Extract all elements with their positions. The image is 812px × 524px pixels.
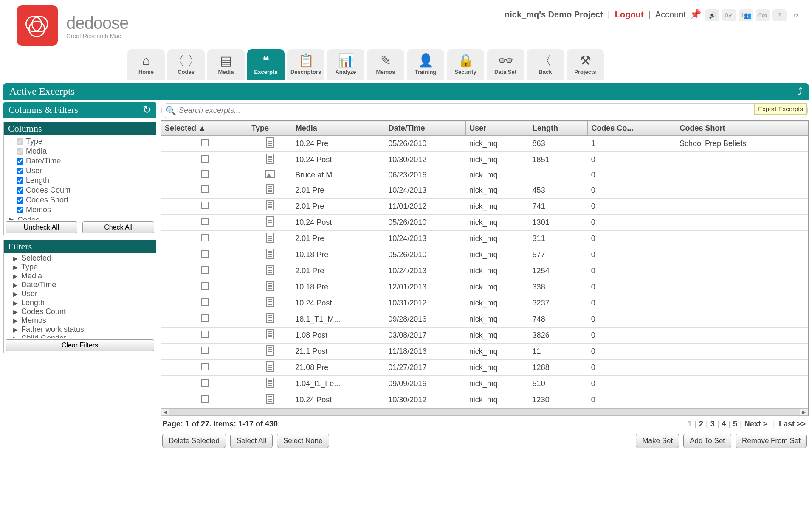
clear-filters-button[interactable]: Clear Filters xyxy=(6,339,154,351)
nav-tab-memos[interactable]: ✎Memos xyxy=(367,49,404,80)
column-option[interactable]: User xyxy=(7,166,152,176)
column-checkbox[interactable] xyxy=(17,177,23,184)
nav-tab-excerpts[interactable]: ❝Excerpts xyxy=(247,49,285,80)
column-option[interactable]: Codes Count xyxy=(7,185,152,195)
page-number[interactable]: 5 xyxy=(733,420,737,428)
row-checkbox[interactable] xyxy=(201,347,209,354)
mail-badge[interactable]: 0✉ xyxy=(756,9,770,21)
page-number[interactable]: 3 xyxy=(710,420,715,428)
column-option[interactable]: Memos xyxy=(7,205,152,215)
pin-icon[interactable]: 📌 xyxy=(688,8,703,20)
row-checkbox[interactable] xyxy=(201,250,209,258)
nav-tab-security[interactable]: 🔒Security xyxy=(447,49,484,80)
logout-link[interactable]: Logout xyxy=(615,10,644,19)
row-checkbox[interactable] xyxy=(201,314,209,322)
table-row[interactable]: 21.1 Post11/18/2016nick_mq110 xyxy=(161,344,808,360)
column-header[interactable]: Selected ▲ xyxy=(161,121,248,136)
check-all-button[interactable]: Check All xyxy=(82,221,154,233)
nav-tab-home[interactable]: ⌂Home xyxy=(127,49,165,80)
horizontal-scrollbar[interactable]: ◄► xyxy=(161,408,808,416)
column-header[interactable]: Type xyxy=(248,121,292,136)
row-checkbox[interactable] xyxy=(201,331,209,338)
filter-option[interactable]: ▶Type xyxy=(7,263,152,272)
filter-option[interactable]: ▶Date/Time xyxy=(7,280,152,289)
nav-tab-projects[interactable]: ⚒Projects xyxy=(567,49,604,80)
select-none-button[interactable]: Select None xyxy=(277,434,329,448)
row-checkbox[interactable] xyxy=(201,155,209,163)
account-link[interactable]: Account xyxy=(655,10,686,19)
row-checkbox[interactable] xyxy=(201,139,209,146)
nav-tab-data set[interactable]: 👓Data Set xyxy=(487,49,524,80)
page-number[interactable]: 4 xyxy=(722,420,726,428)
table-row[interactable]: 2.01 Pre10/24/2013nick_mq4530 xyxy=(161,182,808,199)
table-row[interactable]: 10.24 Pre05/26/2010nick_mq8631School Pre… xyxy=(161,136,808,152)
row-checkbox[interactable] xyxy=(201,379,209,387)
check-badge[interactable]: 0✔ xyxy=(722,9,736,21)
column-option[interactable]: Codes Short xyxy=(7,195,152,205)
row-checkbox[interactable] xyxy=(201,395,209,403)
select-all-button[interactable]: Select All xyxy=(230,434,273,448)
row-checkbox[interactable] xyxy=(201,363,209,370)
filter-option[interactable]: ▶Codes Count xyxy=(7,307,152,316)
table-row[interactable]: 2.01 Pre10/24/2013nick_mq12540 xyxy=(161,263,808,279)
table-row[interactable]: 10.24 Post10/31/2012nick_mq32370 xyxy=(161,295,808,311)
row-checkbox[interactable] xyxy=(201,218,209,225)
remove-from-set-button[interactable]: Remove From Set xyxy=(736,434,807,448)
table-row[interactable]: 10.24 Post10/30/2012nick_mq12300 xyxy=(161,392,808,408)
help-icon[interactable]: ? xyxy=(772,9,787,21)
column-header[interactable]: Codes Co... xyxy=(588,121,676,136)
table-row[interactable]: 2.01 Pre10/24/2013nick_mq3110 xyxy=(161,231,808,247)
column-option[interactable]: ▶Codes xyxy=(7,215,152,220)
column-header[interactable]: User xyxy=(466,121,529,136)
table-row[interactable]: 10.18 Pre12/01/2013nick_mq3380 xyxy=(161,279,808,295)
column-checkbox[interactable] xyxy=(17,138,23,145)
column-option[interactable]: Media xyxy=(7,146,152,156)
column-header[interactable]: Media xyxy=(292,121,385,136)
table-row[interactable]: 10.24 Post05/26/2010nick_mq13010 xyxy=(161,215,808,231)
row-checkbox[interactable] xyxy=(201,298,209,306)
sound-icon[interactable]: 🔊 xyxy=(705,9,719,21)
column-header[interactable]: Codes Short xyxy=(676,121,808,136)
nav-tab-codes[interactable]: 〈 〉Codes xyxy=(167,49,205,80)
column-checkbox[interactable] xyxy=(17,148,23,155)
table-row[interactable]: 21.08 Pre01/27/2017nick_mq12880 xyxy=(161,360,808,376)
table-row[interactable]: 1.04_t1_Fe...09/09/2016nick_mq5100 xyxy=(161,376,808,392)
filter-option[interactable]: ▶Length xyxy=(7,298,152,307)
uncheck-all-button[interactable]: Uncheck All xyxy=(6,221,77,233)
column-header[interactable]: Date/Time xyxy=(385,121,465,136)
row-checkbox[interactable] xyxy=(201,266,209,274)
table-row[interactable]: 2.01 Pre11/01/2012nick_mq7410 xyxy=(161,199,808,215)
export-icon[interactable]: ⤴ xyxy=(798,86,803,97)
refresh-filters-icon[interactable]: ↻ xyxy=(143,104,151,116)
filter-option[interactable]: ▶Memos xyxy=(7,316,152,325)
nav-tab-training[interactable]: 👤Training xyxy=(407,49,444,80)
column-option[interactable]: Date/Time xyxy=(7,156,152,166)
table-row[interactable]: 10.18 Pre05/26/2010nick_mq5770 xyxy=(161,247,808,263)
row-checkbox[interactable] xyxy=(201,234,209,241)
nav-tab-descriptors[interactable]: 📋Descriptors xyxy=(287,49,324,80)
nav-tab-analyze[interactable]: 📊Analyze xyxy=(327,49,364,80)
users-badge[interactable]: 1👥 xyxy=(739,9,753,21)
filter-option[interactable]: ▶User xyxy=(7,289,152,298)
column-header[interactable]: Length xyxy=(529,121,588,136)
row-checkbox[interactable] xyxy=(201,170,209,178)
delete-selected-button[interactable]: Delete Selected xyxy=(162,434,226,448)
table-row[interactable]: 10.24 Post10/30/2012nick_mq18510 xyxy=(161,152,808,168)
table-row[interactable]: 1.08 Post03/08/2017nick_mq38260 xyxy=(161,328,808,344)
column-option[interactable]: Type xyxy=(7,137,152,146)
filter-option[interactable]: ▶Media xyxy=(7,272,152,280)
nav-tab-back[interactable]: 〈Back xyxy=(527,49,564,80)
page-number[interactable]: 2 xyxy=(699,420,703,428)
table-row[interactable]: 18.1_T1_M...09/28/2016nick_mq7480 xyxy=(161,311,808,328)
refresh-icon[interactable]: ⟳ xyxy=(789,9,804,21)
add-to-set-button[interactable]: Add To Set xyxy=(683,434,731,448)
filter-option[interactable]: ▶Child Gender xyxy=(7,334,152,338)
row-checkbox[interactable] xyxy=(201,202,209,209)
column-checkbox[interactable] xyxy=(17,168,23,174)
column-option[interactable]: Length xyxy=(7,176,152,185)
make-set-button[interactable]: Make Set xyxy=(636,434,679,448)
next-page[interactable]: Next > xyxy=(744,420,768,428)
nav-tab-media[interactable]: ▤Media xyxy=(207,49,245,80)
column-checkbox[interactable] xyxy=(17,197,23,204)
search-input[interactable] xyxy=(161,103,808,118)
